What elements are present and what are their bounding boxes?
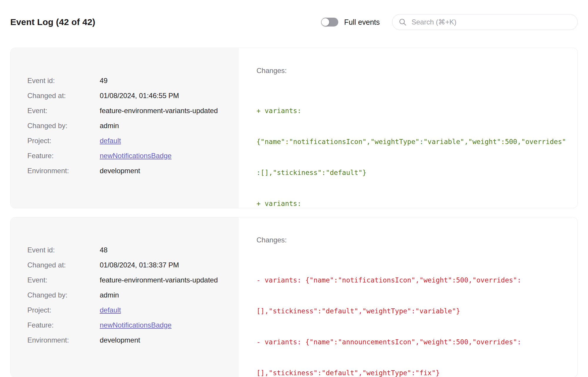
meta-row-changed-at: Changed at: 01/08/2024, 01:46:55 PM (27, 90, 221, 101)
meta-label: Changed by: (27, 290, 100, 301)
changed-at-value: 01/08/2024, 01:38:37 PM (100, 259, 221, 271)
meta-row-feature: Feature: newNotificationsBadge (27, 150, 221, 161)
changed-by-value: admin (100, 290, 221, 301)
meta-row-event-id: Event id: 48 (27, 244, 221, 256)
meta-row-project: Project: default (27, 305, 221, 316)
project-link[interactable]: default (100, 137, 121, 145)
full-events-toggle-group: Full events (321, 18, 380, 27)
event-id-value: 49 (100, 75, 221, 86)
event-type-value: feature-environment-variants-updated (100, 105, 221, 116)
meta-row-changed-by: Changed by: admin (27, 120, 221, 131)
event-changes-panel: Changes: + variants: {"name":"notificati… (239, 48, 577, 208)
meta-row-changed-at: Changed at: 01/08/2024, 01:38:37 PM (27, 259, 221, 271)
meta-row-event: Event: feature-environment-variants-upda… (27, 275, 221, 286)
event-cards: Event id: 49 Changed at: 01/08/2024, 01:… (10, 48, 578, 377)
search-box[interactable] (392, 14, 578, 30)
changes-title: Changes: (256, 236, 569, 244)
meta-label: Environment: (27, 165, 100, 176)
event-meta-panel: Event id: 48 Changed at: 01/08/2024, 01:… (11, 217, 239, 377)
project-link[interactable]: default (100, 306, 121, 314)
diff-line: :[],"stickiness":"default"} (256, 168, 569, 178)
meta-row-changed-by: Changed by: admin (27, 290, 221, 301)
event-card-48: Event id: 48 Changed at: 01/08/2024, 01:… (10, 217, 578, 377)
toggle-thumb (322, 18, 329, 26)
event-log-page: Event Log (42 of 42) Full events Event i… (0, 0, 588, 377)
environment-value: development (100, 335, 221, 346)
diff-line: - variants: {"name":"notificationsIcon",… (256, 275, 569, 285)
environment-value: development (100, 165, 221, 176)
meta-label: Changed by: (27, 120, 100, 131)
changed-at-value: 01/08/2024, 01:46:55 PM (100, 90, 221, 101)
feature-link[interactable]: newNotificationsBadge (100, 321, 171, 329)
diff-line: + variants: (256, 106, 569, 116)
meta-label: Project: (27, 135, 100, 146)
meta-label: Feature: (27, 150, 100, 161)
diff-line: - variants: {"name":"announcementsIcon",… (256, 337, 569, 347)
meta-label: Changed at: (27, 259, 100, 271)
meta-label: Event id: (27, 244, 100, 256)
search-input[interactable] (411, 18, 571, 27)
diff-line: {"name":"notificationsIcon","weightType"… (256, 137, 569, 147)
changes-title: Changes: (256, 66, 569, 75)
meta-row-environment: Environment: development (27, 165, 221, 176)
diff-addition-block: + variants: {"name":"notificationsIcon",… (256, 85, 569, 208)
meta-label: Project: (27, 305, 100, 316)
meta-label: Event: (27, 275, 100, 286)
meta-row-feature: Feature: newNotificationsBadge (27, 320, 221, 331)
diff-line: + variants: (256, 199, 569, 208)
changed-by-value: admin (100, 120, 221, 131)
full-events-label: Full events (344, 18, 380, 27)
meta-row-event: Event: feature-environment-variants-upda… (27, 105, 221, 116)
meta-label: Event id: (27, 75, 100, 86)
search-icon (399, 18, 407, 26)
event-card-49: Event id: 49 Changed at: 01/08/2024, 01:… (10, 48, 578, 208)
meta-row-project: Project: default (27, 135, 221, 146)
meta-label: Changed at: (27, 90, 100, 101)
meta-label: Environment: (27, 335, 100, 346)
diff-line: [],"stickiness":"default","weightType":"… (256, 306, 569, 316)
page-title: Event Log (42 of 42) (10, 17, 95, 27)
meta-row-environment: Environment: development (27, 335, 221, 346)
event-id-value: 48 (100, 244, 221, 256)
meta-row-event-id: Event id: 49 (27, 75, 221, 86)
meta-label: Feature: (27, 320, 100, 331)
full-events-toggle[interactable] (321, 18, 338, 27)
page-header: Event Log (42 of 42) Full events (10, 13, 578, 31)
feature-link[interactable]: newNotificationsBadge (100, 152, 171, 160)
meta-label: Event: (27, 105, 100, 116)
event-meta-panel: Event id: 49 Changed at: 01/08/2024, 01:… (11, 48, 239, 208)
event-type-value: feature-environment-variants-updated (100, 275, 221, 286)
event-changes-panel: Changes: - variants: {"name":"notificati… (239, 217, 577, 377)
diff-line: [],"stickiness":"default","weightType":"… (256, 368, 569, 377)
diff-deletion-block: - variants: {"name":"notificationsIcon",… (256, 254, 569, 377)
